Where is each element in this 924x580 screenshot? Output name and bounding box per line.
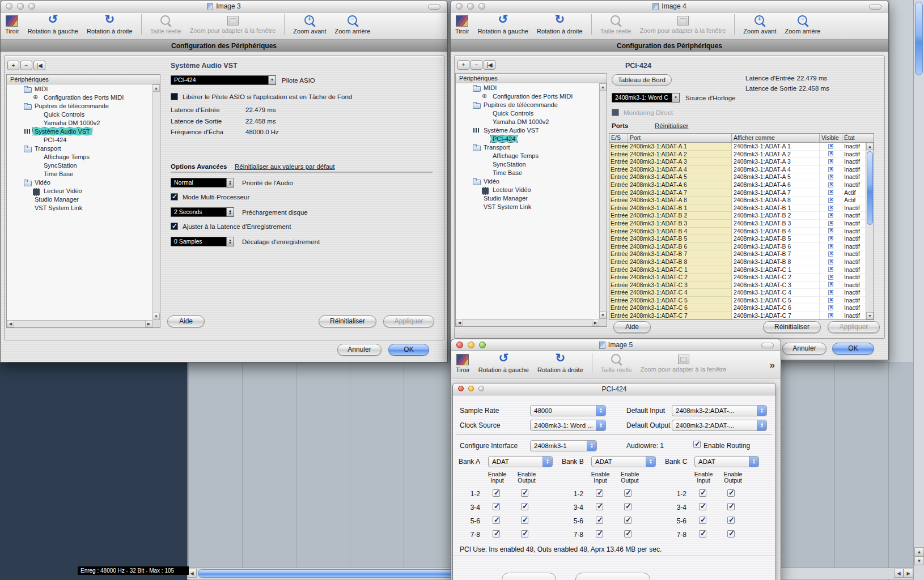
table-row[interactable]: Entrée 2408mk3-1:ADAT-C 3 2408mk3-1:ADAT…	[609, 282, 866, 289]
scroll-up-arrow[interactable]: ▲	[914, 547, 924, 556]
scroll-up-arrow[interactable]: ▲	[599, 83, 607, 91]
table-row[interactable]: Entrée 2408mk3-1:ADAT-C 5 2408mk3-1:ADAT…	[609, 297, 866, 305]
sidebar-vertical-scrollbar[interactable]: ▲ ▼	[152, 84, 160, 320]
device-tree-item[interactable]: Time Base	[7, 169, 152, 178]
table-row[interactable]: Entrée 2408mk3-1:ADAT-B 1 2408mk3-1:ADAT…	[609, 204, 866, 212]
device-tree-item[interactable]: PCI-424	[7, 135, 152, 144]
device-tree-item[interactable]: Système Audio VST	[456, 126, 599, 134]
collapse-tree-button[interactable]: |◀	[33, 61, 45, 70]
reset-button[interactable]: Réinitialiser	[319, 315, 376, 327]
toolbar-button[interactable]: Taille réelle	[141, 14, 181, 35]
scroll-down-arrow[interactable]: ▼	[866, 312, 874, 319]
enable-input-checkbox[interactable]	[493, 517, 500, 524]
minimize-button[interactable]	[468, 342, 474, 348]
enable-output-checkbox[interactable]	[521, 503, 528, 510]
device-tree-item[interactable]: Configuration des Ports MIDI	[7, 93, 152, 101]
enable-input-checkbox[interactable]	[596, 503, 603, 510]
visible-checkbox[interactable]	[828, 298, 833, 303]
toolbar-button[interactable]: Rotation à droite	[537, 353, 583, 373]
zoom-button[interactable]	[479, 342, 486, 348]
device-tree-item[interactable]: Affichage Temps	[7, 152, 152, 161]
toolbar-button[interactable]: Tiroir	[5, 14, 19, 35]
zoom-button[interactable]	[478, 386, 484, 391]
table-row[interactable]: Entrée 2408mk3-1:ADAT-B 7 2408mk3-1:ADAT…	[609, 250, 866, 258]
sidebar-horizontal-scrollbar[interactable]: ◀ ▶	[456, 319, 599, 326]
device-tree-item[interactable]: SyncStation	[7, 161, 152, 169]
table-row[interactable]: Entrée 2408mk3-1:ADAT-C 4 2408mk3-1:ADAT…	[609, 289, 866, 297]
table-row[interactable]: Entrée 2408mk3-1:ADAT-A 5 2408mk3-1:ADAT…	[609, 173, 866, 181]
toolbar-button[interactable]: Zoom pour adapter à la fenêtre	[190, 14, 276, 34]
device-tree-item[interactable]: Transport	[456, 143, 599, 151]
visible-checkbox[interactable]	[828, 174, 833, 180]
close-button[interactable]	[6, 3, 12, 10]
device-tree-item[interactable]: Quick Controls	[7, 110, 152, 118]
clock-source-dropdown[interactable]: 2408mk3-1: Word ... ▲▼	[530, 420, 606, 431]
visible-checkbox[interactable]	[828, 144, 833, 149]
table-row[interactable]: Entrée 2408mk3-1:ADAT-A 3 2408mk3-1:ADAT…	[609, 158, 866, 166]
enable-output-checkbox[interactable]	[727, 530, 735, 538]
device-tree-item[interactable]: Lecteur Vidéo	[7, 186, 152, 195]
device-tree-item[interactable]: Lecteur Vidéo	[456, 185, 599, 194]
minimize-button[interactable]	[17, 3, 24, 10]
record-offset-dropdown[interactable]: 0 Samples ▲▼	[171, 237, 234, 246]
toolbar-button[interactable]: Tiroir	[455, 14, 469, 35]
table-row[interactable]: Entrée 2408mk3-1:ADAT-B 6 2408mk3-1:ADAT…	[609, 243, 866, 251]
clock-source-dropdown[interactable]: 2408mk3-1: Word C ▲▼	[612, 93, 680, 103]
toolbar-button[interactable]: Rotation à gauche	[28, 14, 78, 35]
dropdown-arrow-icon[interactable]: ▲▼	[268, 76, 275, 84]
adjust-latency-checkbox[interactable]	[171, 223, 178, 230]
visible-checkbox[interactable]	[828, 275, 833, 280]
add-device-button[interactable]: +	[457, 60, 469, 70]
configure-interface-dropdown[interactable]: 2408mk3-1 ▲▼	[530, 440, 597, 451]
default-output-dropdown[interactable]: 2408mk3-2:ADAT-... ▲▼	[672, 420, 767, 431]
device-tree-item[interactable]: Yamaha DM 1000v2	[7, 118, 152, 127]
visible-checkbox[interactable]	[828, 251, 833, 257]
collapse-tree-button[interactable]: |◀	[484, 60, 495, 70]
toolbar-button[interactable]: Zoom avant	[284, 14, 326, 35]
table-row[interactable]: Entrée 2408mk3-1:ADAT-A 7 2408mk3-1:ADAT…	[609, 189, 866, 197]
partial-button[interactable]	[575, 573, 650, 580]
toolbar-button[interactable]: Zoom arrière	[785, 14, 820, 35]
table-row[interactable]: Entrée 2408mk3-1:ADAT-C 1 2408mk3-1:ADAT…	[609, 266, 866, 274]
device-tree-item[interactable]: MIDI	[456, 83, 599, 92]
sidebar-horizontal-scrollbar[interactable]: ◀ ▶	[7, 320, 152, 327]
enable-input-checkbox[interactable]	[596, 517, 603, 524]
toolbar-pill-button[interactable]	[869, 4, 881, 10]
table-vertical-scrollbar[interactable]: ▲ ▼	[866, 143, 874, 319]
cancel-button[interactable]: Annuler	[337, 344, 382, 356]
enable-input-checkbox[interactable]	[699, 503, 706, 510]
visible-checkbox[interactable]	[828, 213, 833, 218]
device-tree-item[interactable]: Transport	[7, 144, 152, 152]
visible-checkbox[interactable]	[828, 151, 833, 156]
table-row[interactable]: Entrée 2408mk3-1:ADAT-B 3 2408mk3-1:ADAT…	[609, 220, 866, 228]
ok-button[interactable]: OK	[832, 343, 874, 355]
sample-rate-dropdown[interactable]: 48000 ▲▼	[530, 405, 606, 416]
multi-processor-checkbox[interactable]	[171, 193, 178, 201]
table-row[interactable]: Entrée 2408mk3-1:ADAT-C 7 2408mk3-1:ADAT…	[609, 312, 866, 319]
enable-output-checkbox[interactable]	[624, 517, 631, 524]
release-driver-checkbox[interactable]	[171, 93, 178, 100]
toolbar-button[interactable]: Taille réelle	[591, 14, 631, 35]
scroll-right-arrow[interactable]: ▶	[592, 319, 599, 326]
toolbar-button[interactable]: Zoom pour adapter à la fenêtre	[640, 14, 726, 34]
window-titlebar[interactable]: Image 5	[451, 339, 781, 351]
enable-input-checkbox[interactable]	[493, 503, 500, 510]
help-button[interactable]: Aide	[167, 315, 205, 327]
visible-checkbox[interactable]	[828, 305, 833, 310]
device-tree-item[interactable]: VST System Link	[456, 202, 599, 211]
table-row[interactable]: Entrée 2408mk3-1:ADAT-C 2 2408mk3-1:ADAT…	[609, 274, 866, 282]
asio-driver-dropdown[interactable]: PCI-424 ▲▼	[171, 75, 276, 85]
column-header-state[interactable]: État	[842, 134, 874, 142]
device-tree-item[interactable]: Yamaha DM 1000v2	[456, 117, 599, 126]
scroll-left-arrow[interactable]: ◀	[7, 320, 14, 327]
vertical-scroll-thumb[interactable]	[915, 2, 923, 75]
device-tree-item[interactable]: SyncStation	[456, 160, 599, 168]
column-header-display[interactable]: Afficher comme	[732, 134, 820, 142]
enable-input-checkbox[interactable]	[596, 530, 603, 538]
minimize-button[interactable]	[468, 386, 474, 391]
reset-defaults-link[interactable]: Réinitialiser aux valeurs par défaut	[235, 163, 334, 170]
sidebar-vertical-scrollbar[interactable]: ▲ ▼	[599, 83, 607, 319]
enable-output-checkbox[interactable]	[521, 489, 528, 497]
table-row[interactable]: Entrée 2408mk3-1:ADAT-A 1 2408mk3-1:ADAT…	[609, 143, 866, 151]
visible-checkbox[interactable]	[828, 182, 833, 187]
